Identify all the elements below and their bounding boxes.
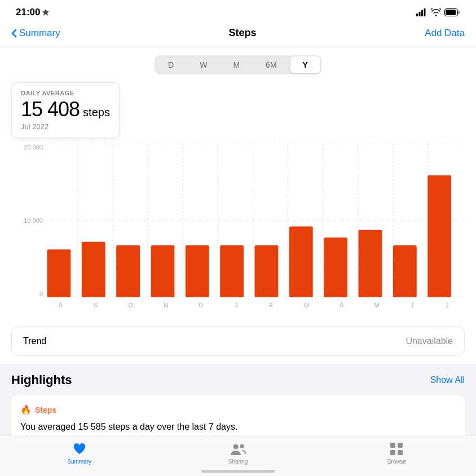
bar-J2 <box>393 245 417 297</box>
trend-box: Trend Unavailable <box>11 327 465 356</box>
tab-Y[interactable]: Y <box>290 56 320 73</box>
period-selector: D W M 6M Y <box>0 47 476 82</box>
status-bar: 21:00 <box>0 0 476 23</box>
tab-browse[interactable]: Browse <box>318 441 476 465</box>
x-label-j3: J <box>430 302 465 308</box>
highlights-title: Highlights <box>11 373 72 387</box>
summary-tab-icon <box>72 441 87 457</box>
chart-svg <box>43 144 465 297</box>
chart-area: A S O N D J F M A M J J <box>43 144 465 313</box>
bar-F <box>254 245 278 297</box>
wifi-icon <box>431 8 441 16</box>
bar-N <box>151 245 174 297</box>
chart-y-axis: 20 000 10 000 0 <box>11 144 43 313</box>
stats-number: 15 408 <box>21 98 80 121</box>
y-label-mid: 10 000 <box>24 217 43 224</box>
chart-section: DAILY AVERAGE 15 408 steps Jul 2022 20 0… <box>0 82 476 319</box>
svg-rect-1 <box>419 12 421 16</box>
x-label-a: A <box>43 302 78 308</box>
stats-unit: steps <box>83 106 110 119</box>
bar-A2 <box>324 237 347 297</box>
tab-summary[interactable]: Summary <box>0 441 158 465</box>
svg-rect-26 <box>390 450 395 455</box>
status-time: 21:00 <box>16 7 49 18</box>
battery-icon <box>444 8 460 16</box>
svg-rect-6 <box>458 11 460 14</box>
x-label-o: O <box>113 302 148 308</box>
highlight-description: You averaged 15 585 steps a day over the… <box>20 421 456 433</box>
x-label-f: F <box>254 302 289 308</box>
x-label-a2: A <box>324 302 359 308</box>
x-label-s: S <box>78 302 113 308</box>
page-title: Steps <box>228 27 256 39</box>
x-label-j2: J <box>394 302 429 308</box>
signal-icon <box>416 8 427 16</box>
tab-summary-label: Summary <box>67 459 91 465</box>
period-tabs: D W M 6M Y <box>155 55 321 74</box>
bar-J1 <box>220 245 244 297</box>
svg-rect-3 <box>424 8 426 16</box>
x-label-m1: M <box>289 302 324 308</box>
stats-date: Jul 2022 <box>21 122 110 131</box>
tab-D[interactable]: D <box>156 56 186 73</box>
tab-sharing-label: Sharing <box>228 459 248 465</box>
chevron-left-icon <box>11 29 17 38</box>
heart-icon <box>72 442 87 456</box>
back-button[interactable]: Summary <box>11 28 60 39</box>
nav-bar: Summary Steps Add Data <box>0 23 476 47</box>
svg-rect-5 <box>446 10 456 15</box>
bar-M1 <box>289 226 313 297</box>
highlight-tag-text: Steps <box>35 406 56 415</box>
highlight-tag: 🔥 Steps <box>20 404 456 415</box>
people-icon <box>230 443 246 455</box>
bar-D <box>186 245 209 297</box>
sharing-tab-icon <box>230 441 246 457</box>
fire-icon: 🔥 <box>20 404 32 415</box>
x-label-d: D <box>183 302 218 308</box>
show-all-button[interactable]: Show All <box>430 375 465 385</box>
svg-rect-27 <box>398 450 403 455</box>
chart-wrapper: 20 000 10 000 0 <box>11 144 465 313</box>
browse-tab-icon <box>389 441 404 457</box>
highlights-header: Highlights Show All <box>11 373 465 387</box>
tab-sharing[interactable]: Sharing <box>158 441 317 465</box>
svg-rect-24 <box>390 443 395 448</box>
trend-value: Unavailable <box>406 336 453 346</box>
location-icon <box>42 9 49 16</box>
trend-label: Trend <box>23 336 46 346</box>
svg-rect-25 <box>398 443 403 448</box>
grid-icon <box>390 442 403 456</box>
y-label-top: 20 000 <box>24 144 43 151</box>
svg-rect-0 <box>416 14 418 16</box>
bar-S <box>82 242 105 297</box>
status-icons <box>416 8 460 16</box>
bar-J3-highlight <box>427 174 451 297</box>
svg-rect-2 <box>421 10 423 16</box>
x-label-n: N <box>148 302 183 308</box>
add-data-button[interactable]: Add Data <box>425 28 465 39</box>
svg-point-23 <box>240 444 244 448</box>
tab-browse-label: Browse <box>387 459 406 465</box>
stats-label: DAILY AVERAGE <box>21 90 110 96</box>
bar-O <box>116 245 140 297</box>
tab-6M[interactable]: 6M <box>253 56 289 73</box>
svg-point-22 <box>233 444 238 449</box>
x-label-m2: M <box>359 302 394 308</box>
x-label-j1: J <box>219 302 254 308</box>
bar-A <box>47 249 70 297</box>
stats-tooltip: DAILY AVERAGE 15 408 steps Jul 2022 <box>11 82 120 138</box>
bar-M2 <box>359 230 382 297</box>
home-indicator <box>201 470 275 473</box>
stats-value-row: 15 408 steps <box>21 98 110 121</box>
main-content: D W M 6M Y DAILY AVERAGE 15 408 steps Ju… <box>0 47 476 451</box>
x-labels: A S O N D J F M A M J J <box>43 302 465 308</box>
tab-M[interactable]: M <box>221 56 252 73</box>
tab-W[interactable]: W <box>187 56 219 73</box>
